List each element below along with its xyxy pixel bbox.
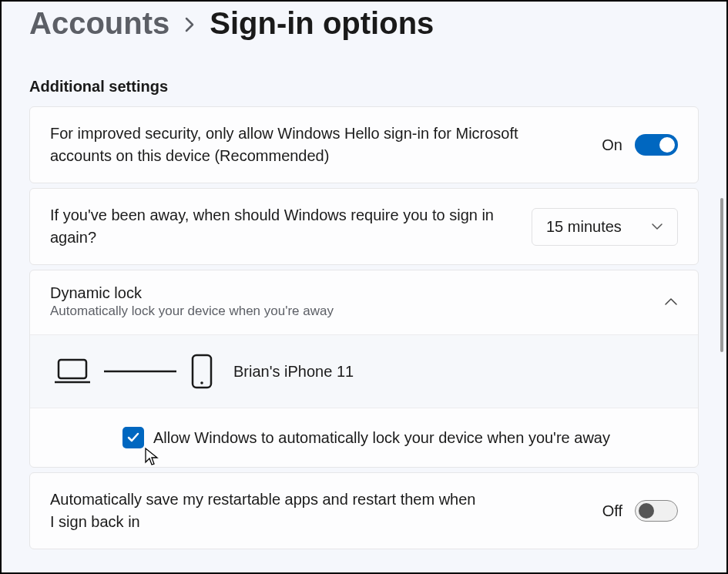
section-header: Additional settings <box>29 78 699 96</box>
svg-point-4 <box>200 381 203 384</box>
hello-toggle-label: On <box>602 136 622 154</box>
dynamic-lock-checkbox[interactable] <box>122 427 144 448</box>
hello-signin-card: For improved security, only allow Window… <box>29 106 699 183</box>
require-signin-card: If you've been away, when should Windows… <box>29 188 699 265</box>
breadcrumb: Accounts Sign-in options <box>29 2 699 41</box>
dynamic-lock-header[interactable]: Dynamic lock Automatically lock your dev… <box>30 270 698 334</box>
hello-toggle[interactable] <box>635 134 678 156</box>
phone-icon <box>190 354 213 389</box>
dynamic-lock-title: Dynamic lock <box>50 284 334 302</box>
connection-line-icon <box>104 370 176 373</box>
chevron-down-icon <box>651 223 663 230</box>
svg-rect-0 <box>59 360 86 378</box>
require-signin-text: If you've been away, when should Windows… <box>50 204 513 249</box>
restart-toggle[interactable] <box>635 500 678 522</box>
restart-apps-card: Automatically save my restartable apps a… <box>29 472 699 549</box>
paired-device-name: Brian's iPhone 11 <box>233 363 354 381</box>
restart-toggle-label: Off <box>602 502 622 520</box>
hello-signin-text: For improved security, only allow Window… <box>50 123 583 167</box>
chevron-up-icon <box>664 297 678 307</box>
restart-apps-text: Automatically save my restartable apps a… <box>50 488 481 533</box>
chevron-right-icon <box>183 15 196 34</box>
dynamic-lock-checkbox-label: Allow Windows to automatically lock your… <box>153 429 610 447</box>
dynamic-lock-card: Dynamic lock Automatically lock your dev… <box>29 270 699 468</box>
page-title: Sign-in options <box>210 6 434 41</box>
cursor-icon <box>144 447 159 467</box>
dynamic-lock-subtitle: Automatically lock your device when you'… <box>50 304 334 319</box>
dropdown-value: 15 minutes <box>546 218 622 236</box>
require-signin-dropdown[interactable]: 15 minutes <box>532 208 678 246</box>
breadcrumb-parent-link[interactable]: Accounts <box>29 6 169 41</box>
scrollbar[interactable] <box>720 198 723 352</box>
dynamic-lock-checkbox-row: Allow Windows to automatically lock your… <box>30 408 698 467</box>
laptop-icon <box>55 358 90 384</box>
paired-device-row: Brian's iPhone 11 <box>30 334 698 408</box>
